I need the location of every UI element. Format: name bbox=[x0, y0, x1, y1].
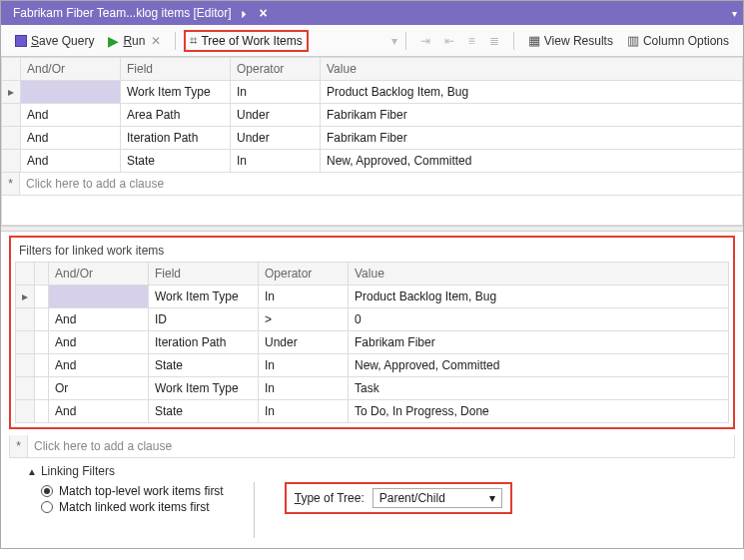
column-options-button[interactable]: ▥ Column Options bbox=[621, 31, 735, 50]
filter-row[interactable]: And State In New, Approved, Committed bbox=[16, 354, 729, 377]
cell-andor[interactable]: And bbox=[21, 104, 121, 127]
collapse-icon[interactable]: ▲ bbox=[27, 466, 37, 477]
cell-op[interactable]: In bbox=[259, 354, 349, 377]
cell-field[interactable]: Work Item Type bbox=[149, 285, 259, 308]
cell-andor[interactable]: And bbox=[21, 150, 121, 173]
save-query-button[interactable]: Save Query bbox=[9, 32, 100, 50]
collapse-button: ≣ bbox=[483, 32, 505, 50]
match-top-level-radio[interactable]: Match top-level work items first bbox=[41, 484, 224, 498]
cell-andor[interactable]: And bbox=[49, 308, 149, 331]
cell-op[interactable]: In bbox=[231, 81, 321, 104]
tree-label: Tree of Work Items bbox=[201, 34, 302, 48]
cell-field[interactable]: ID bbox=[149, 308, 259, 331]
cell-value[interactable]: New, Approved, Committed bbox=[349, 354, 729, 377]
type-of-tree-label: Type of Tree: bbox=[295, 491, 365, 505]
filter-row[interactable]: ▸ Work Item Type In Product Backlog Item… bbox=[2, 81, 743, 104]
col-value[interactable]: Value bbox=[321, 58, 743, 81]
tree-of-work-items-button[interactable]: ⌗ Tree of Work Items bbox=[184, 30, 308, 52]
view-results-button[interactable]: ▦ View Results bbox=[522, 31, 619, 50]
save-icon bbox=[15, 35, 27, 47]
cell-andor[interactable]: And bbox=[49, 331, 149, 354]
indent-button: ⇥ bbox=[414, 32, 436, 50]
add-clause-row-linked[interactable]: * Click here to add a clause bbox=[9, 435, 735, 458]
cell-field[interactable]: State bbox=[149, 400, 259, 423]
cell-value[interactable]: Fabrikam Fiber bbox=[349, 331, 729, 354]
close-icon[interactable]: × bbox=[260, 5, 268, 21]
cell-andor[interactable]: And bbox=[49, 400, 149, 423]
cell-value[interactable]: 0 bbox=[349, 308, 729, 331]
toolbar: Save Query ▶ Run ✕ ⌗ Tree of Work Items … bbox=[1, 25, 743, 57]
filter-row[interactable]: And ID > 0 bbox=[16, 308, 729, 331]
play-icon: ▶ bbox=[108, 33, 119, 49]
filter-row[interactable]: And State In New, Approved, Committed bbox=[2, 150, 743, 173]
filter-row[interactable]: Or Work Item Type In Task bbox=[16, 377, 729, 400]
dropdown-arrow-icon[interactable]: ▾ bbox=[391, 34, 397, 48]
cell-field[interactable]: Area Path bbox=[121, 104, 231, 127]
col-value[interactable]: Value bbox=[349, 263, 729, 285]
filter-row[interactable]: ▸ Work Item Type In Product Backlog Item… bbox=[16, 285, 729, 308]
col-andor[interactable]: And/Or bbox=[49, 263, 149, 285]
cell-andor[interactable]: And bbox=[21, 127, 121, 150]
splitter[interactable] bbox=[1, 226, 743, 232]
spacer bbox=[1, 196, 743, 226]
cell-field[interactable]: Work Item Type bbox=[121, 81, 231, 104]
row-selector-icon[interactable]: ▸ bbox=[2, 81, 21, 104]
cell-op[interactable]: In bbox=[231, 150, 321, 173]
type-of-tree-dropdown[interactable]: Parent/Child ▾ bbox=[372, 488, 502, 508]
row-selector-icon[interactable]: ▸ bbox=[16, 285, 35, 308]
view-results-label: View Results bbox=[544, 34, 613, 48]
add-clause-row[interactable]: * Click here to add a clause bbox=[1, 173, 743, 196]
cell-andor[interactable] bbox=[49, 285, 149, 308]
cell-andor[interactable] bbox=[21, 81, 121, 104]
cell-field[interactable]: Iteration Path bbox=[121, 127, 231, 150]
cell-op[interactable]: Under bbox=[231, 127, 321, 150]
cell-op[interactable]: > bbox=[259, 308, 349, 331]
linked-filter-grid: And/Or Field Operator Value ▸ Work Item … bbox=[15, 262, 729, 423]
col-andor[interactable]: And/Or bbox=[21, 58, 121, 81]
cell-op[interactable]: Under bbox=[259, 331, 349, 354]
cell-field[interactable]: Iteration Path bbox=[149, 331, 259, 354]
col-operator[interactable]: Operator bbox=[231, 58, 321, 81]
col-field[interactable]: Field bbox=[149, 263, 259, 285]
save-label-rest: ave Query bbox=[39, 34, 94, 48]
col-field[interactable]: Field bbox=[121, 58, 231, 81]
cell-value[interactable]: Fabrikam Fiber bbox=[321, 127, 743, 150]
filter-row[interactable]: And State In To Do, In Progress, Done bbox=[16, 400, 729, 423]
cell-andor[interactable]: Or bbox=[49, 377, 149, 400]
document-tab[interactable]: Fabrikam Fiber Team...klog items [Editor… bbox=[5, 2, 276, 24]
filter-row[interactable]: And Area Path Under Fabrikam Fiber bbox=[2, 104, 743, 127]
run-button[interactable]: ▶ Run ✕ bbox=[102, 31, 167, 51]
cell-andor[interactable]: And bbox=[49, 354, 149, 377]
cell-field[interactable]: Work Item Type bbox=[149, 377, 259, 400]
pin-icon[interactable]: ⏵ bbox=[240, 8, 250, 19]
cell-op[interactable]: In bbox=[259, 377, 349, 400]
cell-op[interactable]: In bbox=[259, 400, 349, 423]
cell-field[interactable]: State bbox=[149, 354, 259, 377]
filter-row[interactable]: And Iteration Path Under Fabrikam Fiber bbox=[2, 127, 743, 150]
tab-title: Fabrikam Fiber Team...klog items [Editor… bbox=[13, 6, 232, 20]
radio-label: Match top-level work items first bbox=[59, 484, 224, 498]
tab-menu-icon[interactable]: ▾ bbox=[732, 8, 737, 19]
linked-filters-section: Filters for linked work items And/Or Fie… bbox=[9, 236, 735, 429]
legend-label: Linking Filters bbox=[41, 464, 115, 478]
cell-value[interactable]: Fabrikam Fiber bbox=[321, 104, 743, 127]
add-clause-label: Click here to add a clause bbox=[34, 439, 172, 453]
cell-op[interactable]: Under bbox=[231, 104, 321, 127]
cell-value[interactable]: Product Backlog Item, Bug bbox=[349, 285, 729, 308]
cell-field[interactable]: State bbox=[121, 150, 231, 173]
filter-row[interactable]: And Iteration Path Under Fabrikam Fiber bbox=[16, 331, 729, 354]
dropdown-value: Parent/Child bbox=[379, 491, 445, 505]
cell-op[interactable]: In bbox=[259, 285, 349, 308]
tree-icon: ⌗ bbox=[190, 33, 197, 49]
cell-value[interactable]: Task bbox=[349, 377, 729, 400]
radio-icon bbox=[41, 485, 53, 497]
col-operator[interactable]: Operator bbox=[259, 263, 349, 285]
match-linked-radio[interactable]: Match linked work items first bbox=[41, 500, 224, 514]
cell-value[interactable]: Product Backlog Item, Bug bbox=[321, 81, 743, 104]
stop-icon: ✕ bbox=[151, 34, 161, 48]
cell-value[interactable]: To Do, In Progress, Done bbox=[349, 400, 729, 423]
cell-value[interactable]: New, Approved, Committed bbox=[321, 150, 743, 173]
toolbar-separator bbox=[405, 32, 406, 50]
new-row-icon: * bbox=[10, 435, 28, 457]
radio-label: Match linked work items first bbox=[59, 500, 210, 514]
